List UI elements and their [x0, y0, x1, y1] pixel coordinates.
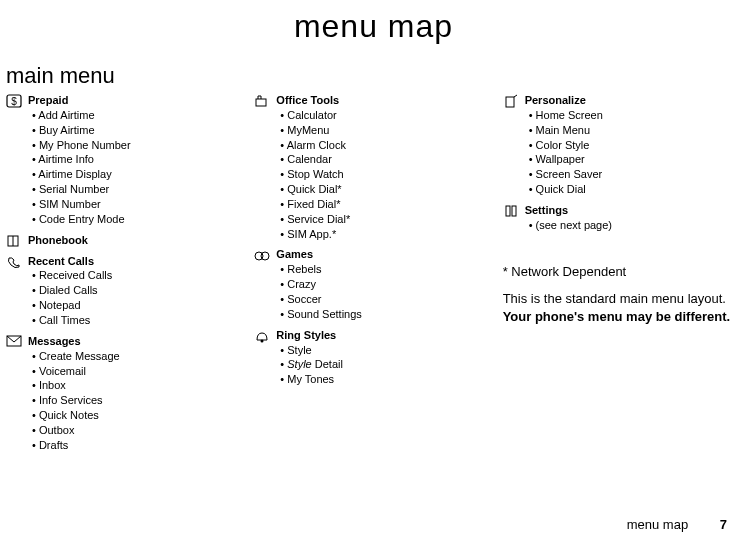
list-item: Received Calls	[32, 268, 244, 283]
footer-label: menu map	[627, 517, 688, 532]
list-item: Main Menu	[529, 123, 741, 138]
item-list: Create MessageVoicemailInboxInfo Service…	[28, 349, 244, 453]
list-item: Style Detail	[280, 357, 492, 372]
list-item: SIM Number	[32, 197, 244, 212]
list-item: Crazy	[280, 277, 492, 292]
menu-group: GamesRebelsCrazySoccerSound Settings	[254, 247, 492, 321]
settings-icon	[503, 203, 525, 233]
page-title: menu map	[0, 8, 747, 45]
item-suffix: Detail	[312, 358, 343, 370]
item-list: Received CallsDialed CallsNotepadCall Ti…	[28, 268, 244, 327]
list-item: Style	[280, 343, 492, 358]
group-body: GamesRebelsCrazySoccerSound Settings	[276, 247, 492, 321]
list-item: Call Times	[32, 313, 244, 328]
group-heading: Ring Styles	[276, 328, 492, 343]
svg-rect-11	[512, 206, 516, 216]
page-footer: menu map 7	[627, 517, 727, 532]
menu-group: MessagesCreate MessageVoicemailInboxInfo…	[6, 334, 244, 453]
column-0: $PrepaidAdd AirtimeBuy AirtimeMy Phone N…	[6, 93, 244, 459]
menu-group: $PrepaidAdd AirtimeBuy AirtimeMy Phone N…	[6, 93, 244, 227]
column-2: PersonalizeHome ScreenMain MenuColor Sty…	[503, 93, 741, 459]
page-number: 7	[720, 517, 727, 532]
list-item: Stop Watch	[280, 167, 492, 182]
group-body: Office ToolsCalculatorMyMenuAlarm ClockC…	[276, 93, 492, 241]
list-item: Fixed Dial*	[280, 197, 492, 212]
item-list: RebelsCrazySoccerSound Settings	[276, 262, 492, 321]
group-heading: Prepaid	[28, 93, 244, 108]
group-body: PersonalizeHome ScreenMain MenuColor Sty…	[525, 93, 741, 197]
list-item: Rebels	[280, 262, 492, 277]
item-list: StyleStyle DetailMy Tones	[276, 343, 492, 388]
menu-group: Ring StylesStyleStyle DetailMy Tones	[254, 328, 492, 387]
group-heading: Settings	[525, 203, 741, 218]
item-list: (see next page)	[525, 218, 741, 233]
list-item: (see next page)	[529, 218, 741, 233]
list-item: Outbox	[32, 423, 244, 438]
messages-icon	[6, 334, 28, 453]
list-item: Quick Dial*	[280, 182, 492, 197]
list-item: Airtime Info	[32, 152, 244, 167]
list-item: Color Style	[529, 138, 741, 153]
list-item: Alarm Clock	[280, 138, 492, 153]
group-body: MessagesCreate MessageVoicemailInboxInfo…	[28, 334, 244, 453]
italic-text: Style	[287, 358, 311, 370]
column-1: Office ToolsCalculatorMyMenuAlarm ClockC…	[254, 93, 492, 459]
list-item: Add Airtime	[32, 108, 244, 123]
menu-columns: $PrepaidAdd AirtimeBuy AirtimeMy Phone N…	[0, 93, 747, 459]
list-item: Serial Number	[32, 182, 244, 197]
menu-group: Recent CallsReceived CallsDialed CallsNo…	[6, 254, 244, 328]
list-item: SIM App.*	[280, 227, 492, 242]
layout-line: This is the standard main menu layout.	[503, 290, 741, 308]
recent-calls-icon	[6, 254, 28, 328]
list-item: Quick Dial	[529, 182, 741, 197]
list-item: Wallpaper	[529, 152, 741, 167]
svg-rect-9	[506, 97, 514, 107]
list-item: Create Message	[32, 349, 244, 364]
svg-text:$: $	[11, 96, 17, 107]
list-item: Dialed Calls	[32, 283, 244, 298]
group-heading: Games	[276, 247, 492, 262]
list-item: Buy Airtime	[32, 123, 244, 138]
list-item: Calculator	[280, 108, 492, 123]
list-item: Home Screen	[529, 108, 741, 123]
list-item: Code Entry Mode	[32, 212, 244, 227]
svg-rect-10	[506, 206, 510, 216]
svg-point-7	[261, 252, 269, 260]
list-item: Drafts	[32, 438, 244, 453]
list-item: Sound Settings	[280, 307, 492, 322]
list-item: Soccer	[280, 292, 492, 307]
phonebook-icon	[6, 233, 28, 248]
svg-point-8	[261, 339, 264, 342]
group-body: Phonebook	[28, 233, 244, 248]
list-item: Voicemail	[32, 364, 244, 379]
list-item: Notepad	[32, 298, 244, 313]
group-heading: Messages	[28, 334, 244, 349]
list-item: My Tones	[280, 372, 492, 387]
list-item: Airtime Display	[32, 167, 244, 182]
group-body: PrepaidAdd AirtimeBuy AirtimeMy Phone Nu…	[28, 93, 244, 227]
menu-group: Phonebook	[6, 233, 244, 248]
item-list: Add AirtimeBuy AirtimeMy Phone NumberAir…	[28, 108, 244, 227]
list-item: Info Services	[32, 393, 244, 408]
games-icon	[254, 247, 276, 321]
dollar-box-icon: $	[6, 93, 28, 227]
menu-group: Settings(see next page)	[503, 203, 741, 233]
group-body: Ring StylesStyleStyle DetailMy Tones	[276, 328, 492, 387]
network-dependent-note: * Network Dependent	[503, 263, 741, 281]
list-item: Inbox	[32, 378, 244, 393]
list-item: Calendar	[280, 152, 492, 167]
office-tools-icon	[254, 93, 276, 241]
personalize-icon	[503, 93, 525, 197]
ring-styles-icon	[254, 328, 276, 387]
group-body: Recent CallsReceived CallsDialed CallsNo…	[28, 254, 244, 328]
list-item: My Phone Number	[32, 138, 244, 153]
section-title: main menu	[6, 63, 747, 89]
layout-note: This is the standard main menu layout.Yo…	[503, 290, 741, 325]
group-heading: Personalize	[525, 93, 741, 108]
menu-group: PersonalizeHome ScreenMain MenuColor Sty…	[503, 93, 741, 197]
list-item: Quick Notes	[32, 408, 244, 423]
list-item: Screen Saver	[529, 167, 741, 182]
menu-group: Office ToolsCalculatorMyMenuAlarm ClockC…	[254, 93, 492, 241]
group-heading: Recent Calls	[28, 254, 244, 269]
item-list: Home ScreenMain MenuColor StyleWallpaper…	[525, 108, 741, 197]
